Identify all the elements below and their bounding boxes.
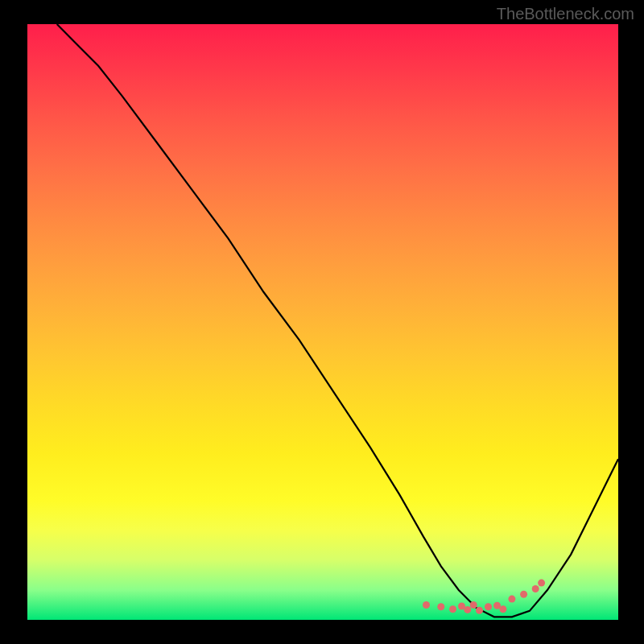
marker-dot bbox=[532, 585, 539, 592]
marker-dot bbox=[449, 605, 456, 613]
marker-dot bbox=[485, 603, 492, 610]
marker-dot bbox=[423, 601, 430, 609]
marker-dot bbox=[470, 601, 477, 609]
marker-dot bbox=[464, 606, 471, 613]
plot-area bbox=[27, 24, 618, 620]
marker-dot bbox=[520, 591, 527, 598]
marker-dot bbox=[437, 603, 444, 610]
marker-dot bbox=[476, 607, 483, 614]
watermark-text: TheBottleneck.com bbox=[497, 5, 634, 23]
marker-dot bbox=[508, 596, 515, 603]
marker-dot bbox=[499, 605, 506, 613]
dots-layer bbox=[27, 24, 618, 620]
marker-dot bbox=[538, 580, 545, 587]
marker-cluster bbox=[423, 580, 545, 614]
